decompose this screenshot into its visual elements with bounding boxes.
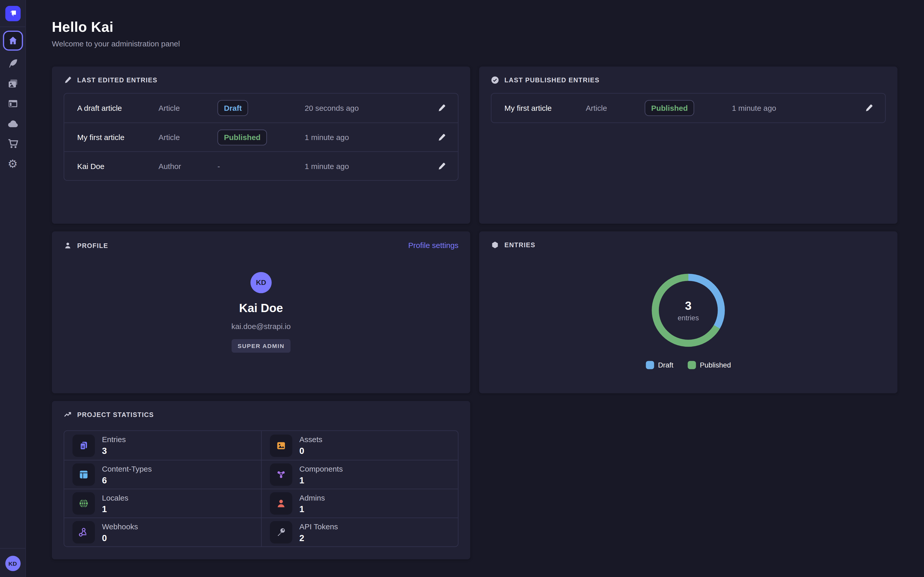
legend-swatch-published xyxy=(688,361,696,369)
gear-icon: ⚙ xyxy=(8,158,18,169)
entries-card: ENTRIES 3 entries Draft Published xyxy=(479,231,898,393)
components-icon xyxy=(270,463,292,486)
page-subtitle: Welcome to your administration panel xyxy=(52,39,180,48)
stat-label: Assets xyxy=(299,435,322,444)
entry-name: Kai Doe xyxy=(77,161,158,170)
stat-components: Components 1 xyxy=(261,460,458,489)
entry-kind: Article xyxy=(158,103,218,112)
picture-icon xyxy=(270,434,292,456)
feather-icon xyxy=(6,58,18,69)
last-edited-table: A draft article Article Draft 20 seconds… xyxy=(64,93,459,181)
status-badge: Published xyxy=(217,129,267,145)
stat-label: API Tokens xyxy=(299,522,338,530)
table-row: A draft article Article Draft 20 seconds… xyxy=(64,93,458,122)
card-title: ENTRIES xyxy=(504,241,535,248)
card-header: LAST EDITED ENTRIES xyxy=(52,66,470,91)
stat-label: Entries xyxy=(102,435,126,444)
entry-updated: 1 minute ago xyxy=(305,133,422,142)
stat-label: Content-Types xyxy=(102,464,152,473)
card-title: LAST EDITED ENTRIES xyxy=(77,76,158,84)
card-title: LAST PUBLISHED ENTRIES xyxy=(504,76,599,84)
sidebar: ⚙ KD xyxy=(0,0,26,577)
role-badge: SUPER ADMIN xyxy=(232,339,291,353)
sidebar-nav: ⚙ xyxy=(3,27,23,171)
stat-api-tokens: API Tokens 2 xyxy=(261,517,458,546)
entry-name: A draft article xyxy=(77,103,158,112)
stat-value: 0 xyxy=(299,446,322,456)
sidebar-item-deploy[interactable] xyxy=(6,117,20,131)
logo-section xyxy=(0,0,26,27)
donut-center: 3 entries xyxy=(659,281,718,340)
legend-label: Published xyxy=(700,361,731,369)
entry-name: My first article xyxy=(504,103,586,112)
sidebar-item-content-type-builder[interactable] xyxy=(6,97,20,111)
profile-email: kai.doe@strapi.io xyxy=(231,322,291,331)
chart-legend: Draft Published xyxy=(479,361,898,369)
statistics-table: Entries 3 Assets 0 xyxy=(64,430,459,547)
status-badge: Draft xyxy=(217,100,248,116)
entry-updated: 1 minute ago xyxy=(305,161,422,170)
strapi-logo-glyph xyxy=(7,8,18,18)
sidebar-item-settings[interactable]: ⚙ xyxy=(6,157,20,171)
pencil-icon xyxy=(437,161,446,170)
user-icon xyxy=(270,492,292,514)
card-title: PROJECT STATISTICS xyxy=(77,411,154,418)
images-icon xyxy=(6,78,18,90)
status-empty: - xyxy=(217,161,305,170)
check-circle-icon xyxy=(491,76,499,84)
edit-entry-button[interactable] xyxy=(422,101,448,115)
user-icon xyxy=(64,241,72,249)
card-title: PROFILE xyxy=(77,242,108,249)
last-edited-entries-card: LAST EDITED ENTRIES A draft article Arti… xyxy=(52,66,470,224)
stat-value: 3 xyxy=(102,446,126,456)
edit-entry-button[interactable] xyxy=(422,159,448,173)
avatar[interactable]: KD xyxy=(250,272,272,293)
card-header: LAST PUBLISHED ENTRIES xyxy=(479,66,898,91)
stat-admins: Admins 1 xyxy=(261,489,458,518)
key-icon xyxy=(270,521,292,543)
stat-label: Components xyxy=(299,464,342,473)
legend-swatch-draft xyxy=(646,361,654,369)
strapi-logo-icon[interactable] xyxy=(5,6,21,21)
documents-icon xyxy=(73,434,95,456)
sidebar-item-marketplace[interactable] xyxy=(6,137,20,151)
edit-entry-button[interactable] xyxy=(422,131,448,144)
sidebar-footer: KD xyxy=(0,548,26,577)
profile-card: PROFILE Profile settings KD Kai Doe kai.… xyxy=(52,231,470,393)
strapi-admin-dashboard: ⚙ KD Hello Kai Welcome to your administr… xyxy=(0,0,924,577)
pencil-icon xyxy=(437,103,446,112)
stat-assets: Assets 0 xyxy=(261,431,458,460)
webhook-icon xyxy=(73,521,95,543)
page-header: Hello Kai Welcome to your administration… xyxy=(52,19,180,48)
layout-icon xyxy=(6,98,18,110)
card-header: PROJECT STATISTICS xyxy=(52,401,470,426)
entry-updated: 20 seconds ago xyxy=(305,103,422,112)
user-avatar[interactable]: KD xyxy=(5,556,21,571)
pencil-icon xyxy=(864,103,873,112)
status-badge: Published xyxy=(645,100,694,116)
profile-settings-link[interactable]: Profile settings xyxy=(408,241,459,250)
legend-item-published: Published xyxy=(688,361,731,369)
entry-updated: 1 minute ago xyxy=(732,103,850,112)
sidebar-item-content-manager[interactable] xyxy=(6,56,20,71)
globe-icon xyxy=(73,492,95,514)
legend-label: Draft xyxy=(658,361,674,369)
stat-value: 6 xyxy=(102,475,152,485)
stat-content-types: Content-Types 6 xyxy=(64,460,261,489)
stat-value: 1 xyxy=(299,504,325,514)
sidebar-item-home[interactable] xyxy=(3,31,23,50)
table-row: My first article Article Published 1 min… xyxy=(64,122,458,152)
edit-entry-button[interactable] xyxy=(850,101,876,115)
sidebar-item-media-library[interactable] xyxy=(6,76,20,90)
legend-item-draft: Draft xyxy=(646,361,673,369)
project-statistics-card: PROJECT STATISTICS Entries 3 xyxy=(52,401,470,559)
layout-icon xyxy=(73,463,95,486)
entry-name: My first article xyxy=(77,133,158,142)
card-header: PROFILE Profile settings xyxy=(52,231,470,257)
stat-label: Webhooks xyxy=(102,522,138,530)
stat-entries: Entries 3 xyxy=(64,431,261,460)
stat-value: 0 xyxy=(102,533,138,543)
last-published-table: My first article Article Published 1 min… xyxy=(491,93,886,123)
cloud-icon xyxy=(6,118,18,129)
entry-kind: Article xyxy=(586,103,645,112)
